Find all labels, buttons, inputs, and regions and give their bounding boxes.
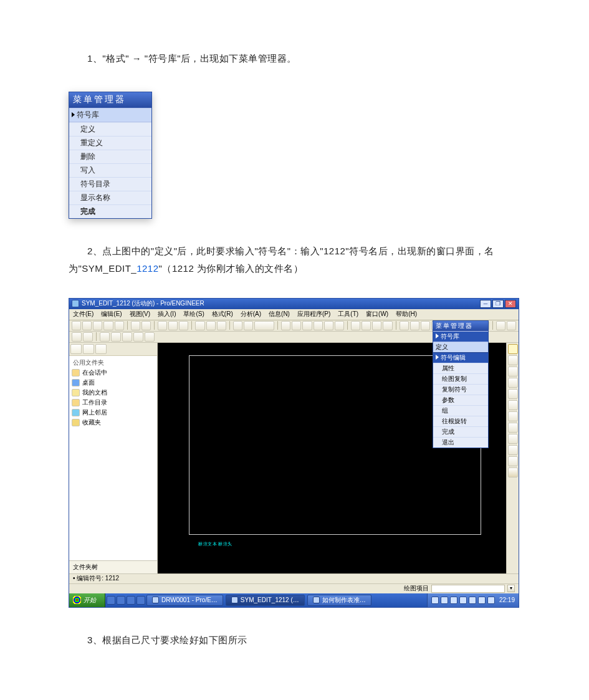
copy-icon[interactable] (168, 321, 178, 330)
menu-item-delete[interactable]: 删除 (69, 150, 151, 163)
datum-axis-icon[interactable] (410, 321, 419, 330)
snap2-icon[interactable] (83, 332, 93, 342)
layer-icon[interactable] (206, 321, 216, 330)
menu-item-redefine[interactable]: 重定义 (69, 136, 151, 150)
redo-icon[interactable] (141, 321, 151, 330)
chain-icon[interactable] (111, 332, 121, 342)
tray-1-icon[interactable] (431, 597, 439, 604)
menu-item-write[interactable]: 写入 (69, 163, 151, 177)
disp3-icon[interactable] (372, 321, 381, 330)
text-icon[interactable] (122, 332, 132, 342)
select-box-icon[interactable] (244, 321, 253, 330)
sidebar-tab-1[interactable] (70, 344, 82, 354)
menu-manager-section[interactable]: 符号库 (69, 108, 151, 122)
mm2-item-1[interactable]: 绘图复制 (433, 373, 488, 384)
mm2-item-3[interactable]: 参数 (433, 395, 488, 405)
menu-item-define[interactable]: 定义 (69, 122, 151, 136)
sidebar-tab-3[interactable] (95, 344, 107, 354)
quicklaunch-2-icon[interactable] (117, 596, 125, 605)
spline-tool-icon[interactable] (508, 400, 518, 410)
point-tool-icon[interactable] (508, 411, 518, 421)
open-icon[interactable] (82, 321, 92, 330)
close-button[interactable]: ✕ (505, 300, 516, 308)
extra2-icon[interactable] (507, 321, 516, 330)
select-tool-icon[interactable] (508, 344, 518, 354)
select-dropdown[interactable] (254, 321, 274, 330)
sidebar-item-workdir[interactable]: 工作目录 (69, 398, 157, 408)
chamfer-tool-icon[interactable] (508, 434, 518, 444)
cut-icon[interactable] (158, 321, 167, 330)
mm2-item-define[interactable]: 定义 (433, 342, 488, 352)
mail-icon[interactable] (115, 321, 124, 330)
tray-6-icon[interactable] (478, 597, 486, 604)
sidebar-item-favorites[interactable]: 收藏夹 (69, 418, 157, 428)
menu-item-show-names[interactable]: 显示名称 (69, 191, 151, 204)
new-icon[interactable] (72, 321, 81, 330)
quicklaunch-3-icon[interactable] (127, 596, 135, 605)
mm2-item-5[interactable]: 往根旋转 (433, 416, 488, 426)
menu-help[interactable]: 帮助(H) (395, 310, 418, 319)
menu-analyze[interactable]: 分析(A) (239, 310, 262, 319)
arc-tool-icon[interactable] (508, 389, 518, 399)
menu-tools[interactable]: 工具(T) (337, 310, 360, 319)
rect-tool-icon[interactable] (508, 367, 518, 376)
task-drw0001[interactable]: DRW0001 - Pro/E… (146, 595, 223, 606)
tray-4-icon[interactable] (459, 597, 467, 604)
undo-icon[interactable] (131, 321, 140, 330)
mm2-item-4[interactable]: 组 (433, 405, 488, 416)
paste-icon[interactable] (179, 321, 188, 330)
selection-filter-arrow-icon[interactable]: ▾ (507, 585, 515, 592)
ref-icon[interactable] (100, 332, 110, 342)
print-icon[interactable] (103, 321, 113, 330)
menu-edit[interactable]: 编辑(E) (100, 310, 123, 319)
orient-icon[interactable] (292, 321, 301, 330)
start-button[interactable]: 开始 (69, 593, 105, 607)
trim-tool-icon[interactable] (508, 456, 518, 466)
line-tool-icon[interactable] (508, 355, 518, 365)
mirror-tool-icon[interactable] (508, 445, 518, 455)
mm2-item-2[interactable]: 复制符号 (433, 384, 488, 395)
tray-2-icon[interactable] (441, 597, 448, 604)
pan-icon[interactable] (335, 321, 344, 330)
sidebar-item-mydocs[interactable]: 我的文档 (69, 388, 157, 398)
zoomout-icon[interactable] (314, 321, 323, 330)
menu-window[interactable]: 窗口(W) (365, 310, 390, 319)
task-symedit1212[interactable]: SYM_EDIT_1212 (… (226, 595, 305, 606)
find-icon[interactable] (233, 321, 242, 330)
constraint-icon[interactable] (133, 332, 143, 342)
mm2-item-0[interactable]: 属性 (433, 363, 488, 373)
task-doc[interactable]: 如何制作表准… (307, 595, 371, 606)
circle-tool-icon[interactable] (508, 378, 518, 388)
regen-icon[interactable] (195, 321, 204, 330)
mm2-item-7[interactable]: 退出 (433, 437, 488, 448)
menu-info[interactable]: 信息(N) (267, 310, 291, 319)
menu-item-done[interactable]: 完成 (69, 204, 151, 218)
disp4-icon[interactable] (383, 321, 392, 330)
menu-insert[interactable]: 插入(I) (156, 310, 177, 319)
tray-5-icon[interactable] (469, 597, 476, 604)
save-icon[interactable] (93, 321, 102, 330)
sidebar-item-network[interactable]: 网上邻居 (69, 408, 157, 418)
tray-3-icon[interactable] (450, 597, 457, 604)
datum-point-icon[interactable] (421, 321, 430, 330)
text-tool-icon[interactable] (508, 467, 518, 477)
mm2-item-6[interactable]: 完成 (433, 426, 488, 437)
mm2-section-symedit[interactable]: 符号编辑 (433, 352, 488, 363)
menu-item-symbol-dir[interactable]: 符号目录 (69, 177, 151, 191)
mm2-section-symlib[interactable]: 符号库 (433, 331, 488, 342)
fillet-tool-icon[interactable] (508, 423, 518, 433)
quicklaunch-4-icon[interactable] (136, 596, 145, 605)
other-icon[interactable] (145, 332, 155, 342)
graphics-canvas[interactable]: 标注文本 标注头 菜单管理器 符号库 定义 符号编辑 属性 绘图复制 复制符号 … (158, 343, 506, 573)
menu-file[interactable]: 文件(E) (72, 310, 95, 319)
selection-filter-combo[interactable] (431, 585, 505, 593)
quicklaunch-1-icon[interactable] (107, 596, 115, 605)
disp2-icon[interactable] (362, 321, 371, 330)
zoomfit-icon[interactable] (324, 321, 333, 330)
minimize-button[interactable]: ─ (480, 300, 491, 308)
maximize-button[interactable]: ❐ (492, 300, 504, 308)
menu-view[interactable]: 视图(V) (128, 310, 151, 319)
sidebar-item-desktop[interactable]: 桌面 (69, 378, 157, 388)
sidebar-footer[interactable]: 文件夹树 (69, 560, 157, 573)
sidebar-tab-2[interactable] (83, 344, 94, 354)
